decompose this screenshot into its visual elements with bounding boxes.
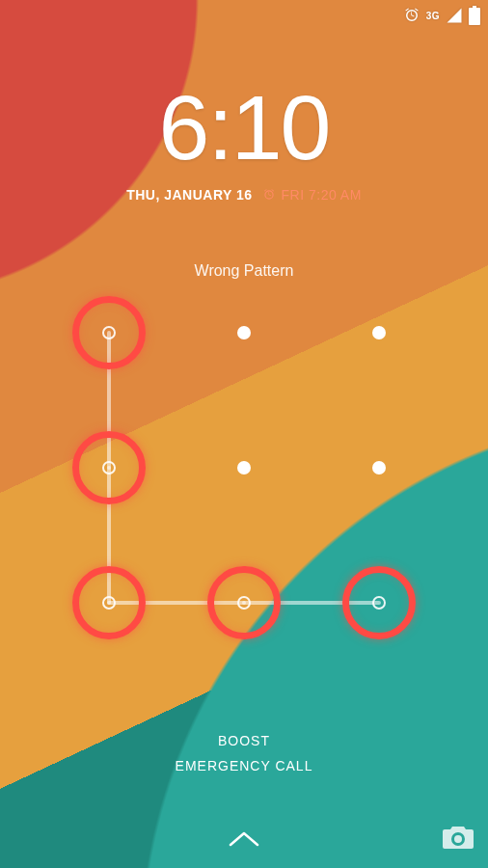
- camera-shortcut[interactable]: [442, 824, 474, 854]
- time-separator: :: [207, 76, 230, 178]
- next-alarm: FRI 7:20 AM: [262, 187, 362, 203]
- network-3g-icon: 3G: [426, 11, 440, 21]
- lock-actions: BOOST EMERGENCY CALL: [0, 729, 488, 779]
- lock-clock: 6:10 THU, JANUARY 16 FRI 7:20 AM: [0, 82, 488, 203]
- alarm-icon: [403, 7, 420, 24]
- status-bar: 3G: [0, 0, 488, 31]
- chevron-up-icon[interactable]: [227, 829, 261, 849]
- pattern-dot[interactable]: [102, 461, 116, 475]
- time-hour: 6: [159, 76, 208, 178]
- pattern-dot[interactable]: [102, 326, 116, 339]
- pattern-dot[interactable]: [237, 461, 251, 475]
- emergency-call-button[interactable]: EMERGENCY CALL: [0, 754, 488, 779]
- pattern-lock[interactable]: [80, 304, 408, 632]
- pattern-dot[interactable]: [237, 596, 251, 610]
- pattern-dot[interactable]: [372, 596, 386, 610]
- date-text: THU, JANUARY 16: [126, 187, 252, 203]
- pattern-dot[interactable]: [237, 326, 251, 339]
- time-minute: 10: [231, 76, 330, 178]
- alarm-icon: [262, 188, 276, 202]
- battery-icon: [469, 6, 480, 25]
- signal-icon: [446, 7, 463, 24]
- camera-icon: [442, 824, 474, 851]
- boost-button[interactable]: BOOST: [0, 729, 488, 754]
- pattern-dot[interactable]: [102, 596, 116, 610]
- time-display: 6:10: [0, 82, 488, 174]
- pattern-dot[interactable]: [372, 461, 386, 475]
- pattern-status: Wrong Pattern: [0, 262, 488, 280]
- next-alarm-text: FRI 7:20 AM: [282, 187, 362, 203]
- pattern-dot[interactable]: [372, 326, 386, 339]
- bottom-handle-bar: [0, 820, 488, 858]
